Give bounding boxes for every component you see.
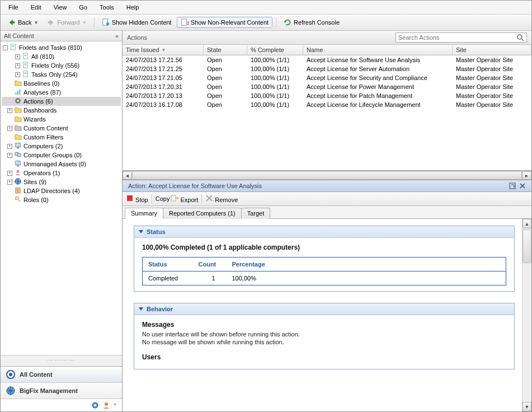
behavior-header[interactable]: Behavior [134, 303, 514, 315]
tree-item[interactable]: +Fixlets Only (556) [2, 61, 121, 70]
left-panel: All Content « -Fixlets and Tasks (810)+A… [1, 31, 123, 411]
expander-icon[interactable]: - [3, 45, 8, 50]
close-icon[interactable] [519, 182, 526, 189]
status-section: Status 100,00% Completed (1 of 1 applica… [134, 226, 515, 292]
forward-button[interactable]: Forward ▼ [43, 17, 90, 28]
export-button[interactable]: Export [171, 194, 198, 203]
detail-area[interactable]: Status 100,00% Completed (1 of 1 applica… [123, 219, 531, 411]
svg-rect-26 [17, 165, 18, 166]
show-hidden-button[interactable]: Show Hidden Content [98, 17, 176, 28]
chevron-icon[interactable]: » [114, 401, 116, 409]
grid-row[interactable]: 24/07/2013 16.17.08Open100,00% (1/1)Acce… [123, 100, 531, 109]
back-label: Back [18, 19, 31, 26]
scroll-thumb[interactable] [132, 171, 522, 180]
tree-item[interactable]: +Sites (9) [2, 177, 121, 186]
tree-icon [14, 196, 22, 204]
user-icon[interactable] [102, 401, 110, 409]
tree-item[interactable]: +Operators (1) [2, 168, 121, 177]
status-header[interactable]: Status [134, 226, 514, 238]
tree-label: Wizards [23, 116, 46, 123]
search-box[interactable] [396, 32, 527, 43]
dropdown-icon: ▼ [34, 20, 38, 25]
expander-icon[interactable]: + [7, 153, 12, 158]
popout-icon[interactable] [509, 182, 516, 189]
grid-row[interactable]: 24/07/2013 17.20.31Open100,00% (1/1)Acce… [123, 82, 531, 91]
expander-icon[interactable]: + [7, 180, 12, 185]
tree-item[interactable]: +Wizards [2, 115, 121, 124]
menu-go[interactable]: Go [73, 2, 93, 13]
menu-file[interactable]: File [3, 2, 24, 13]
tab-target[interactable]: Target [241, 208, 271, 219]
tree-item[interactable]: +Baselines (0) [2, 79, 121, 88]
search-icon[interactable] [516, 34, 524, 41]
menu-tools[interactable]: Tools [94, 2, 120, 13]
splitter[interactable]: ⋯⋯⋯⋯ [1, 355, 122, 366]
tree-item[interactable]: -Fixlets and Tasks (810) [2, 43, 121, 52]
grid-row[interactable]: 24/07/2013 17.20.13Open100,00% (1/1)Acce… [123, 91, 531, 100]
grid-row[interactable]: 24/07/2013 17.21.56Open100,00% (1/1)Acce… [123, 55, 531, 64]
nav-bigfix-management[interactable]: BigFix Management [1, 383, 122, 399]
action-toolbar: Stop Copy Export Remove [123, 192, 531, 206]
show-nonrelevant-button[interactable]: ✖ Show Non-Relevant Content [177, 17, 272, 28]
scroll-thumb[interactable] [522, 230, 531, 263]
scroll-up-icon[interactable]: ▲ [522, 219, 531, 228]
col-time-issued[interactable]: Time Issued ▼ [123, 45, 204, 55]
svg-line-39 [521, 39, 524, 41]
expander-icon[interactable]: + [15, 72, 20, 77]
tab-summary[interactable]: Summary [125, 208, 163, 219]
collapse-icon[interactable]: « [115, 32, 119, 39]
copy-button[interactable]: Copy [156, 195, 170, 202]
tab-reported-computers[interactable]: Reported Computers (1) [163, 208, 242, 219]
col-site[interactable]: Site [453, 45, 531, 55]
remove-button: Remove [205, 194, 238, 203]
search-input[interactable] [398, 34, 516, 41]
expander-icon[interactable]: + [7, 144, 12, 149]
col-state[interactable]: State [204, 45, 247, 55]
svg-rect-2 [181, 19, 186, 25]
nav-all-content[interactable]: All Content [1, 367, 122, 383]
scroll-right-icon[interactable]: ► [522, 171, 531, 180]
scroll-track[interactable] [522, 228, 531, 402]
vertical-scrollbar[interactable]: ▲ ▼ [522, 219, 531, 411]
menu-edit[interactable]: Edit [25, 2, 47, 13]
back-button[interactable]: Back ▼ [4, 17, 42, 28]
tree-item[interactable]: +LDAP Directories (4) [2, 186, 121, 195]
menu-help[interactable]: Help [121, 2, 145, 13]
tree-item[interactable]: +Tasks Only (254) [2, 70, 121, 79]
grid-row[interactable]: 24/07/2013 17.21.05Open100,00% (1/1)Acce… [123, 73, 531, 82]
export-icon [171, 194, 178, 202]
tree-icon [14, 133, 22, 141]
actions-grid[interactable]: Time Issued ▼ State % Complete Name Site… [123, 45, 531, 171]
expander-icon[interactable]: + [7, 126, 12, 131]
tree-item[interactable]: +Computer Groups (0) [2, 151, 121, 160]
scroll-track[interactable] [132, 171, 522, 180]
expander-icon[interactable]: + [15, 63, 20, 68]
scroll-down-icon[interactable]: ▼ [522, 402, 531, 411]
show-nonrelevant-label: Show Non-Relevant Content [191, 19, 269, 26]
tree-item[interactable]: +Analyses (87) [2, 88, 121, 97]
expander-icon[interactable]: + [7, 108, 12, 113]
navigation-tree[interactable]: -Fixlets and Tasks (810)+All (810)+Fixle… [1, 41, 122, 355]
col-name[interactable]: Name [303, 45, 453, 55]
content-title: Actions [127, 34, 147, 41]
tree-label: Sites (9) [23, 179, 46, 185]
grid-row[interactable]: 24/07/2013 17.21.25Open100,00% (1/1)Acce… [123, 64, 531, 73]
tree-item[interactable]: +Custom Content [2, 124, 121, 133]
expander-icon[interactable]: + [15, 54, 20, 59]
expander-icon[interactable]: + [7, 171, 12, 176]
gear-icon[interactable] [91, 401, 99, 409]
menu-view[interactable]: View [48, 2, 73, 13]
horizontal-scrollbar[interactable]: ◄ ► [123, 171, 531, 180]
tree-item[interactable]: +Computers (2) [2, 142, 121, 151]
stop-button[interactable]: Stop [126, 194, 148, 203]
tree-item[interactable]: +Unmanaged Assets (0) [2, 160, 121, 168]
tree-item[interactable]: +Actions (6) [2, 97, 121, 106]
tree-item[interactable]: +Dashboards [2, 106, 121, 115]
tree-item[interactable]: +Roles (0) [2, 195, 121, 204]
tree-item[interactable]: +All (810) [2, 52, 121, 61]
refresh-button[interactable]: Refresh Console [280, 17, 343, 28]
scroll-left-icon[interactable]: ◄ [123, 171, 132, 180]
tree-label: Operators (1) [23, 170, 60, 176]
tree-item[interactable]: +Custom Filters [2, 133, 121, 142]
col-percent-complete[interactable]: % Complete [247, 45, 303, 55]
